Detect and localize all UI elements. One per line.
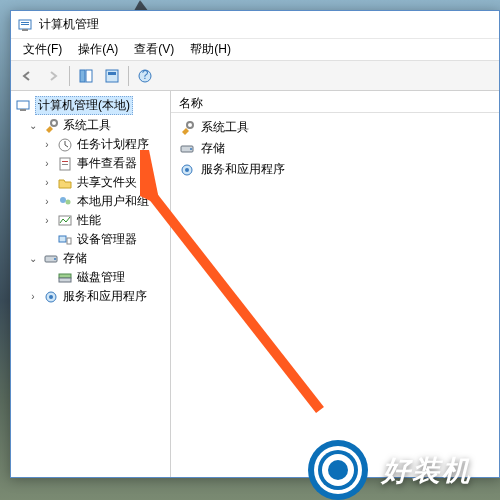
svg-point-12 (51, 120, 57, 126)
svg-rect-10 (17, 101, 29, 109)
services-icon (43, 289, 59, 305)
svg-point-30 (190, 148, 192, 150)
performance-icon (57, 213, 73, 229)
tools-icon (43, 118, 59, 134)
svg-rect-4 (80, 70, 85, 82)
menu-file[interactable]: 文件(F) (15, 39, 70, 60)
tree-performance[interactable]: › 性能 (13, 211, 168, 230)
chevron-right-icon[interactable]: › (41, 158, 53, 169)
svg-point-28 (187, 122, 193, 128)
tree-local-users[interactable]: › 本地用户和组 (13, 192, 168, 211)
clock-icon (57, 137, 73, 153)
tree-root-label: 计算机管理(本地) (35, 96, 133, 115)
computer-management-window: 计算机管理 文件(F) 操作(A) 查看(V) 帮助(H) ? 计算机管理(本地… (10, 10, 500, 478)
svg-rect-1 (21, 22, 29, 23)
forward-button[interactable] (41, 64, 65, 88)
computer-icon (15, 98, 31, 114)
content-list: 系统工具 存储 服务和应用程序 (171, 113, 499, 184)
svg-rect-15 (62, 161, 68, 162)
svg-rect-21 (67, 238, 71, 244)
tree-pane[interactable]: 计算机管理(本地) ⌄ 系统工具 › 任务计划程序 › 事件查看器 › 共享文件 (11, 91, 171, 477)
toolbar-separator (69, 66, 70, 86)
properties-button[interactable] (100, 64, 124, 88)
tools-icon (179, 120, 195, 136)
body-split: 计算机管理(本地) ⌄ 系统工具 › 任务计划程序 › 事件查看器 › 共享文件 (11, 91, 499, 477)
list-item[interactable]: 存储 (177, 138, 493, 159)
back-button[interactable] (15, 64, 39, 88)
list-item[interactable]: 系统工具 (177, 117, 493, 138)
menu-view[interactable]: 查看(V) (126, 39, 182, 60)
services-icon (179, 162, 195, 178)
toolbar-separator (128, 66, 129, 86)
tree-services-apps[interactable]: › 服务和应用程序 (13, 287, 168, 306)
tree-label: 共享文件夹 (77, 174, 137, 191)
device-manager-icon (57, 232, 73, 248)
chevron-right-icon[interactable]: › (27, 291, 39, 302)
svg-rect-5 (86, 70, 92, 82)
svg-rect-11 (20, 109, 26, 111)
chevron-right-icon[interactable]: › (41, 139, 53, 150)
tree-storage[interactable]: ⌄ 存储 (13, 249, 168, 268)
tree-label: 系统工具 (63, 117, 111, 134)
menu-action[interactable]: 操作(A) (70, 39, 126, 60)
tree-label: 存储 (63, 250, 87, 267)
tree-label: 本地用户和组 (77, 193, 149, 210)
content-pane: 名称 系统工具 存储 服务和应用程序 (171, 91, 499, 477)
show-hide-tree-button[interactable] (74, 64, 98, 88)
tree-root[interactable]: 计算机管理(本地) (13, 95, 168, 116)
item-label: 服务和应用程序 (201, 161, 285, 178)
tree-device-manager[interactable]: 设备管理器 (13, 230, 168, 249)
tree-label: 设备管理器 (77, 231, 137, 248)
tree-system-tools[interactable]: ⌄ 系统工具 (13, 116, 168, 135)
svg-point-32 (185, 168, 189, 172)
tree-task-scheduler[interactable]: › 任务计划程序 (13, 135, 168, 154)
shared-folder-icon (57, 175, 73, 191)
item-label: 系统工具 (201, 119, 249, 136)
titlebar[interactable]: 计算机管理 (11, 11, 499, 39)
svg-point-18 (66, 199, 71, 204)
svg-rect-6 (106, 70, 118, 82)
chevron-right-icon[interactable]: › (41, 196, 53, 207)
tree-label: 磁盘管理 (77, 269, 125, 286)
item-label: 存储 (201, 140, 225, 157)
tree-event-viewer[interactable]: › 事件查看器 (13, 154, 168, 173)
tree-label: 事件查看器 (77, 155, 137, 172)
app-icon (17, 17, 33, 33)
svg-rect-24 (59, 274, 71, 278)
disk-icon (57, 270, 73, 286)
users-icon (57, 194, 73, 210)
tree-label: 服务和应用程序 (63, 288, 147, 305)
help-button[interactable]: ? (133, 64, 157, 88)
storage-icon (43, 251, 59, 267)
chevron-right-icon[interactable]: › (41, 177, 53, 188)
watermark-text: 好装机 (382, 452, 472, 490)
toolbar: ? (11, 61, 499, 91)
svg-rect-3 (22, 29, 28, 31)
menu-bar: 文件(F) 操作(A) 查看(V) 帮助(H) (11, 39, 499, 61)
window-title: 计算机管理 (39, 16, 99, 33)
svg-rect-25 (59, 278, 71, 282)
svg-point-23 (54, 258, 56, 260)
svg-rect-7 (108, 72, 116, 75)
tree-label: 性能 (77, 212, 101, 229)
event-icon (57, 156, 73, 172)
svg-rect-20 (59, 236, 66, 242)
chevron-down-icon[interactable]: ⌄ (27, 253, 39, 264)
tree-label: 任务计划程序 (77, 136, 149, 153)
tree-disk-mgmt[interactable]: 磁盘管理 (13, 268, 168, 287)
watermark-logo (314, 446, 362, 494)
svg-rect-2 (21, 24, 29, 25)
storage-icon (179, 141, 195, 157)
chevron-down-icon[interactable]: ⌄ (27, 120, 39, 131)
svg-rect-16 (62, 164, 68, 165)
svg-text:?: ? (142, 68, 149, 82)
svg-point-17 (60, 197, 66, 203)
chevron-right-icon[interactable]: › (41, 215, 53, 226)
tree-shared-folders[interactable]: › 共享文件夹 (13, 173, 168, 192)
svg-point-27 (49, 295, 53, 299)
column-header-name[interactable]: 名称 (171, 91, 499, 113)
list-item[interactable]: 服务和应用程序 (177, 159, 493, 180)
menu-help[interactable]: 帮助(H) (182, 39, 239, 60)
